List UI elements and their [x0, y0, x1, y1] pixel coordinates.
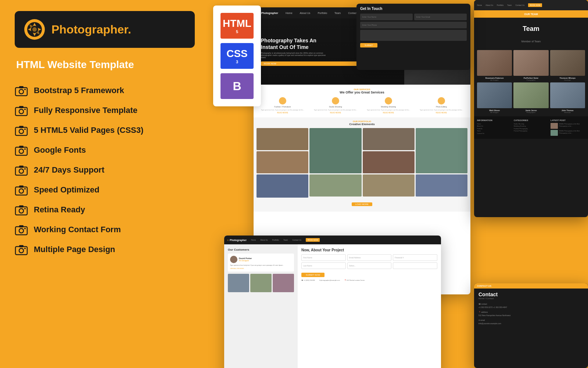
- nav2-contact: Contact Us: [292, 239, 301, 241]
- list-item: Speed Optimized: [15, 181, 195, 199]
- service-item: Studio Shooting Type specimen here. If y…: [310, 97, 361, 114]
- svg-rect-12: [15, 127, 27, 135]
- form-row-1: First Name Email Address Financial #: [301, 254, 437, 261]
- list-item: Multiple Page Design: [15, 241, 195, 258]
- contact-form-mockup: Get In Touch Enter Your Name Enter Your …: [356, 4, 470, 70]
- footer-info-col: INFORMATION HomeAbout UsPortfolioTeamCon…: [477, 119, 512, 136]
- footer-columns: INFORMATION HomeAbout UsPortfolioTeamCon…: [477, 119, 585, 136]
- phone-field[interactable]: Enter Your Phone: [360, 22, 467, 28]
- feature-list: Bootstrap 5 Framework Fully Responsive T…: [15, 82, 195, 258]
- read-more-2[interactable]: READ MORE: [310, 112, 361, 114]
- svg-point-7: [24, 89, 26, 90]
- read-more-1[interactable]: READ MORE: [257, 112, 308, 114]
- message-textarea[interactable]: [360, 30, 467, 41]
- logo-area: Photographer.: [15, 11, 195, 48]
- select-field[interactable]: Select...: [347, 262, 392, 269]
- nav2-home: Home: [251, 239, 256, 241]
- team-member: Jamie Jarron Photographer: [513, 82, 548, 113]
- team-heading: Team Member of Team: [474, 18, 588, 50]
- mockup-logo-name: Photographer: [261, 12, 278, 14]
- submit-button[interactable]: SUBMIT: [360, 43, 377, 47]
- team-member: Rosemarie Patterson Art Designer: [477, 50, 512, 81]
- service-icon-4: [438, 97, 445, 105]
- project-form-area: Now, About Your Project First Name Email…: [298, 244, 441, 368]
- services-title: OUR SERVICES We Offer you Great Services: [257, 88, 467, 94]
- gallery-load-more[interactable]: LOAD MORE: [257, 198, 467, 209]
- testimonial-area: Our Customers David Potter Art Designer …: [224, 244, 298, 368]
- testimonial-avatar: [230, 256, 237, 263]
- read-more-3[interactable]: READ MORE: [363, 112, 414, 114]
- list-item: 24/7 Days Support: [15, 161, 195, 179]
- nav-team: Team: [334, 12, 341, 14]
- svg-point-39: [24, 248, 26, 249]
- team-photo-6: [550, 82, 585, 108]
- team-member: John Thomas Developer: [550, 82, 585, 113]
- project-submit-button[interactable]: SUBMIT NOW: [301, 273, 325, 277]
- nav2-cta[interactable]: BOOK NOW: [306, 238, 320, 242]
- photo-2: [250, 274, 272, 292]
- svg-rect-28: [15, 207, 27, 215]
- html5-badge: HTML 5: [220, 13, 254, 39]
- name-field[interactable]: Enter Your Name: [360, 14, 413, 20]
- brand-name: Photographer.: [51, 23, 131, 36]
- post-thumbnail: [551, 123, 558, 129]
- svg-point-37: [19, 248, 24, 253]
- team-grid: Rosemarie Patterson Art Designer PurPerf…: [474, 50, 588, 116]
- team-photo-4: [477, 82, 512, 108]
- gallery-cell: [363, 128, 415, 150]
- nav-portfolio: Portfolio: [318, 12, 327, 14]
- svg-rect-24: [15, 187, 27, 195]
- gallery-grid: [257, 128, 467, 198]
- nav2-team: Team: [283, 239, 288, 241]
- form-contact-info: ☎ +1 (500) 234-882 ✉ photographer@exampl…: [301, 279, 437, 281]
- first-name-field[interactable]: First Name: [301, 254, 346, 261]
- svg-point-21: [19, 169, 24, 173]
- team-member: PurPerfect Sister Photographer: [513, 50, 548, 81]
- second-content: Our Customers David Potter Art Designer …: [224, 244, 441, 368]
- form-email: ✉ photographer@example.com: [319, 279, 340, 281]
- svg-rect-4: [15, 88, 27, 96]
- hero-title: Photography Takes An Instant Out Of Time: [261, 37, 334, 50]
- svg-rect-30: [19, 205, 24, 208]
- camera-icon-9: [15, 243, 28, 256]
- svg-rect-10: [19, 106, 24, 108]
- second-mockup-nav: ◎ Photographer Home About Us Portfolio T…: [224, 236, 441, 244]
- camera-icon-6: [15, 183, 28, 197]
- camera-icon-1: [15, 84, 28, 97]
- view-all-link[interactable]: VIEW ALL REVIEWS: [230, 268, 292, 269]
- right-area: HTML 5 CSS 3 B ◎ Photographer Home About…: [202, 0, 588, 368]
- svg-rect-38: [19, 245, 24, 247]
- last-name-field[interactable]: Last Name: [301, 262, 346, 269]
- photo-1: [228, 274, 249, 292]
- team-nav-team: Team: [507, 4, 512, 6]
- nav-home: Home: [286, 12, 293, 14]
- hero-description: Photography is simultaneously being buil…: [261, 52, 327, 59]
- logo-camera-icon: [24, 18, 46, 40]
- team-nav-about: About Us: [485, 4, 493, 6]
- empty-field[interactable]: [393, 262, 437, 269]
- read-more-4[interactable]: READ MORE: [416, 112, 467, 114]
- logo-icon-small: ◎: [227, 239, 229, 241]
- email-address-field[interactable]: Email Address: [347, 254, 392, 261]
- list-item: Fully Responsive Template: [15, 102, 195, 119]
- svg-point-27: [24, 188, 26, 190]
- form-address: 📍 512 Florida Location Center: [344, 279, 365, 281]
- camera-icon-8: [15, 223, 28, 236]
- svg-point-17: [19, 149, 24, 153]
- form-row-2: Last Name Select...: [301, 262, 437, 269]
- team-nav-cta[interactable]: BOOK NOW: [528, 3, 542, 7]
- service-icon-2: [332, 97, 339, 105]
- email-field[interactable]: Enter Your Email: [414, 14, 467, 20]
- svg-rect-34: [19, 225, 24, 227]
- gallery-cell: [416, 128, 467, 173]
- financial-field[interactable]: Financial #: [393, 254, 437, 261]
- team-section-label: OUR TEAM: [474, 10, 588, 18]
- svg-rect-8: [15, 107, 27, 116]
- photo-3: [273, 274, 294, 292]
- contact-form-header: Get In Touch: [356, 4, 470, 12]
- gallery-cell: [257, 128, 308, 150]
- tech-badges: HTML 5 CSS 3 B: [213, 6, 261, 106]
- footer-categories-col: CATEGORIES Studio ShootingWedding Shooti…: [514, 119, 548, 136]
- svg-point-35: [24, 228, 26, 229]
- camera-icon-5: [15, 163, 28, 177]
